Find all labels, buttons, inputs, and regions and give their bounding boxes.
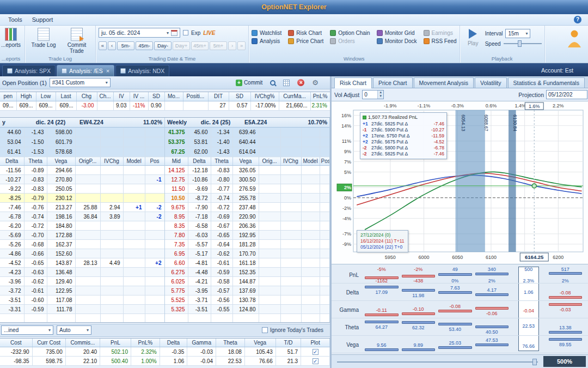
window-toggle-monitor-dock[interactable]: Monitor Dock	[377, 38, 417, 44]
step-button-45m[interactable]: 45m-	[136, 41, 153, 50]
chain-put-row[interactable]: -3.96-0.62129.40	[0, 277, 164, 286]
chain-put-row[interactable]: 7.80-6.03-0.65192.95	[165, 231, 329, 240]
chain-put-row[interactable]: 8.95-7.18-0.69220.90	[165, 212, 329, 221]
chain-call-row[interactable]: 53.04-1.50601.79	[0, 137, 164, 147]
ignore-today-checkbox[interactable]: Ignore Today's Trades	[262, 327, 323, 333]
help-icon[interactable]: ?	[574, 16, 581, 23]
chain-put-row[interactable]: -6.20-0.72184.80	[0, 221, 164, 231]
table-row[interactable]: -232.90735.0020.40502.102.32%-0.35-0.031…	[0, 347, 330, 357]
speed-slider[interactable]	[504, 40, 542, 47]
chain-call-row[interactable]: 53.37553.81-1.40640.44	[165, 137, 329, 147]
chain-put-row[interactable]: 9.675-7.90-0.72237.48	[165, 203, 329, 212]
exp-checkbox[interactable]	[183, 30, 188, 35]
position-select[interactable]: #341 Custom ▾	[50, 78, 111, 87]
reports-button[interactable]: ...eports	[0, 27, 22, 49]
chain-put-row[interactable]: 5.775-3.95-0.57137.69	[165, 286, 329, 295]
chain-put-row[interactable]: 5.525-3.71-0.56130.78	[165, 295, 329, 305]
chain-put-row[interactable]: -6.78-0.74198.1636.843.89-2	[0, 212, 164, 221]
assistant-icon[interactable]	[566, 26, 588, 63]
chain-call-row[interactable]: 41.37545.60-1.34639.46	[165, 128, 329, 137]
chain-put-row[interactable]: 8.35-6.58-0.67206.36	[165, 221, 329, 231]
chain-put-row[interactable]: -5.69-0.70172.88	[0, 231, 164, 240]
tab-movement-analysis[interactable]: Movement Analysis	[414, 77, 474, 88]
step-button-5m[interactable]: 5m-	[117, 41, 134, 50]
chain-put-row[interactable]: -10.27-0.83270.80-1	[0, 175, 164, 184]
table-row[interactable]: -98.35598.7522.10500.401.00%1.06-0.0422.…	[0, 357, 330, 366]
chain-put-row[interactable]: -3.72-0.61122.95	[0, 286, 164, 295]
commit-trade-button[interactable]: Commit Trade	[61, 27, 93, 55]
spinner-arrows[interactable]: ▲▼	[377, 91, 383, 99]
grid-button[interactable]	[281, 78, 291, 88]
step-fast-forward-button[interactable]: »	[237, 41, 246, 50]
window-toggle-watchlist[interactable]: Watchlist	[252, 30, 281, 36]
window-toggle-earnings[interactable]: Earnings	[424, 30, 457, 36]
chain-call-row[interactable]: 61.41-1.53578.68	[0, 147, 164, 157]
projection-date[interactable]: 05/12/202	[546, 90, 587, 99]
chain-put-row[interactable]: -4.52-0.65143.8728.134.49+2	[0, 258, 164, 268]
chain-put-row[interactable]: -7.46-0.76213.2725.882.94+1-2	[0, 203, 164, 212]
date-input[interactable]: ju. 05 dic. 2024 ▾	[99, 28, 180, 38]
chain-put-row[interactable]: 7.35-5.57-0.64181.28	[165, 240, 329, 249]
chain-put-row[interactable]: 10.50-8.72-0.74255.78	[165, 194, 329, 203]
step-back-button[interactable]: ‹	[108, 41, 116, 50]
menu-support[interactable]: Support	[27, 15, 58, 24]
chain-put-row[interactable]: 14.125-12.18-0.83326.05	[165, 166, 329, 175]
zoom-slider[interactable]	[337, 361, 538, 363]
chain-put-row[interactable]: 6.025-4.21-0.58144.87	[165, 277, 329, 286]
window-toggle-rss-feed[interactable]: RSS Feed	[424, 38, 457, 44]
chain-put-row[interactable]: -3.51-0.60117.08	[0, 295, 164, 305]
window-toggle-risk-chart[interactable]: Risk Chart	[288, 30, 323, 36]
step-button-5m[interactable]: 5m+	[210, 41, 227, 50]
chain-put-row[interactable]	[0, 314, 164, 322]
chain-put-row[interactable]: 6.275-4.48-0.59152.35	[165, 268, 329, 277]
chain-put-row[interactable]: -9.22-0.83250.05	[0, 184, 164, 194]
menu-tools[interactable]: Tools	[3, 15, 27, 24]
chain-put-row[interactable]: -3.31-0.59111.78	[0, 305, 164, 314]
plot-checkbox[interactable]: ✓	[313, 358, 318, 364]
chain-put-row[interactable]: -4.86-0.66152.60	[0, 249, 164, 258]
step-button-day[interactable]: Day+	[173, 41, 190, 50]
tab-price-chart[interactable]: Price Chart	[373, 77, 413, 88]
chain-put-row[interactable]	[165, 314, 329, 322]
play-button[interactable]: Play	[463, 27, 483, 46]
chain-put-row[interactable]: 12.75-10.86-0.80300.50	[165, 175, 329, 184]
step-forward-button[interactable]: ›	[228, 41, 236, 50]
window-toggle-option-chain[interactable]: Option Chain	[330, 30, 370, 36]
close-position-button[interactable]: ×	[296, 78, 306, 88]
tab-risk-chart[interactable]: Risk Chart	[334, 77, 372, 88]
chain-put-row[interactable]: -5.26-0.68162.37	[0, 240, 164, 249]
chain-put-row[interactable]: -4.23-0.63136.48	[0, 268, 164, 277]
chain-put-row[interactable]: -11.56-0.89294.66	[0, 166, 164, 175]
tab-analysis-es[interactable]: Analysis: /ES×	[57, 65, 114, 76]
window-toggle-price-chart[interactable]: Price Chart	[288, 38, 323, 44]
tab-volatility[interactable]: Volatility	[475, 77, 507, 88]
plot-checkbox[interactable]: ✓	[313, 349, 318, 355]
trade-log-button[interactable]: Trade Log	[28, 27, 59, 49]
zoom-thumb[interactable]	[532, 359, 537, 365]
chain-put-row[interactable]: 6.95-5.17-0.62170.70	[165, 249, 329, 258]
chain-put-row[interactable]: 6.60-4.81-0.61161.18	[165, 258, 329, 268]
chain-put-row[interactable]: 11.50-9.69-0.77276.59	[165, 184, 329, 194]
vol-adjust-spinner[interactable]: 0 ▲▼	[362, 90, 384, 99]
tab-analysis-spx[interactable]: Analysis: SPX	[2, 65, 56, 76]
step-button-day[interactable]: Day-	[154, 41, 171, 50]
window-toggle-analysis[interactable]: Analysis	[252, 38, 281, 44]
tab-close-icon[interactable]: ×	[106, 68, 109, 74]
chain-put-row[interactable]: -8.25-0.79230.12	[0, 194, 164, 203]
tab-analysis-ndx[interactable]: Analysis: NDX	[115, 65, 169, 76]
window-toggle-monitor-grid[interactable]: Monitor Grid	[377, 30, 417, 36]
chain-call-row[interactable]: 44.60-1.43598.00	[0, 128, 164, 137]
tab-statistics-fundamentals[interactable]: Statistics & Fundamentals	[508, 77, 585, 88]
window-toggle-orders[interactable]: Orders	[330, 38, 370, 44]
mode-select[interactable]: Auto ▾	[57, 325, 91, 335]
chain-put-row[interactable]: 5.325-3.51-0.55124.80	[165, 305, 329, 314]
step-fast-back-button[interactable]: «	[99, 41, 107, 50]
commit-button[interactable]: + Commit	[234, 78, 264, 88]
analyze-button[interactable]	[268, 78, 277, 88]
step-button-45m[interactable]: 45m+	[191, 41, 209, 50]
settings-button[interactable]: ⚙	[310, 78, 320, 88]
slider-thumb[interactable]	[518, 40, 522, 47]
risk-chart[interactable]: 6054.136088.676130.84-1.9%-1.1%-0.3%0.6%…	[332, 101, 588, 264]
chain-call-row[interactable]: 67.2562.00-1.43614.04	[165, 147, 329, 157]
position-filter-select[interactable]: ...ined ▾	[1, 325, 53, 335]
